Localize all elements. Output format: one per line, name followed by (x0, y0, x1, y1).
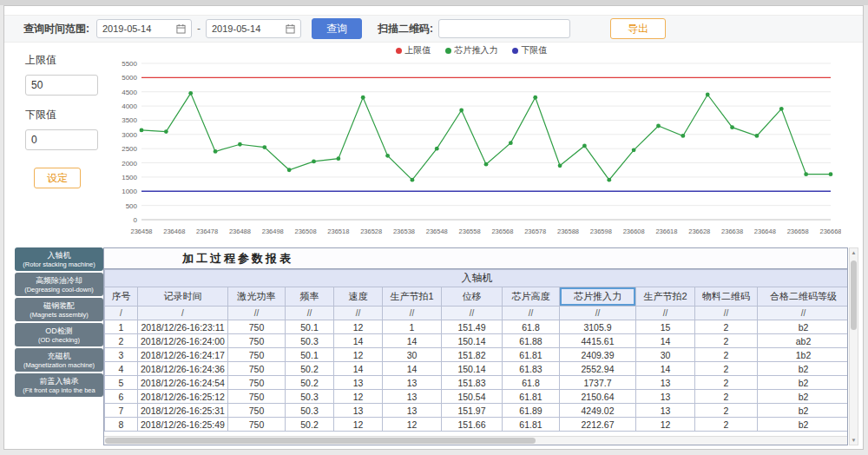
column-header-7[interactable]: 位移 (442, 287, 503, 307)
column-header-5[interactable]: 速度 (334, 287, 383, 307)
column-header-6[interactable]: 生产节拍1 (383, 287, 442, 307)
scroll-down-arrow[interactable]: ▼ (850, 437, 858, 444)
table-cell: b2 (758, 390, 849, 404)
svg-text:236458: 236458 (130, 228, 152, 235)
column-header-3[interactable]: 激光功率 (228, 287, 286, 307)
station-name-cn: 充磁机 (48, 352, 71, 361)
table-row-8[interactable]: 82018/12/26-16:25:4975050.21212151.6661.… (105, 418, 849, 432)
column-header-11[interactable]: 物料二维码 (695, 287, 758, 307)
station-name-cn: OD检测 (45, 326, 73, 336)
table-cell: 13 (334, 404, 383, 418)
station-name-en: (Rotor stacking machine) (23, 260, 95, 268)
table-cell: 1737.7 (560, 376, 636, 390)
date-to-input[interactable]: 2019-05-14 (206, 19, 301, 38)
table-cell: 750 (228, 334, 286, 348)
station-name-en: (Fit front cap into the bea (23, 386, 95, 394)
legend-dot (512, 48, 518, 54)
table-cell: 61.83 (503, 362, 560, 376)
table-row-2[interactable]: 22018/12/26-16:24:0075050.31414150.1461.… (105, 334, 849, 348)
vertical-scrollbar[interactable]: ▲ ▼ (849, 247, 858, 445)
unit-cell: // (560, 307, 636, 320)
table-row-7[interactable]: 72018/12/26-16:25:3175050.31313151.9761.… (105, 404, 849, 418)
date-from-input[interactable]: 2019-05-14 (96, 19, 192, 38)
svg-text:500: 500 (126, 202, 138, 210)
table-cell: 12 (383, 418, 442, 432)
legend-label: 下限值 (522, 44, 548, 56)
station-button-2[interactable]: 高频除油冷却(Degreasing cool-down) (15, 273, 103, 296)
station-button-6[interactable]: 前盖入轴承(Fit front cap into the bea (15, 373, 103, 397)
table-cell: 2 (695, 404, 758, 418)
horizontal-scrollbar[interactable] (104, 436, 847, 445)
lower-limit-input[interactable] (25, 129, 98, 150)
table-cell: 2 (695, 348, 758, 362)
query-button[interactable]: 查询 (312, 18, 362, 39)
table-cell: 2 (695, 362, 758, 376)
legend-item-2[interactable]: 芯片推入力 (445, 44, 498, 56)
column-header-9[interactable]: 芯片推入力 (560, 287, 636, 307)
upper-limit-input[interactable] (25, 75, 98, 96)
table-cell: 14 (383, 362, 442, 376)
table-cell: 1b2 (758, 348, 849, 362)
legend-item-3[interactable]: 下限值 (512, 44, 548, 56)
column-header-2[interactable]: 记录时间 (138, 287, 228, 307)
scroll-up-arrow[interactable]: ▲ (850, 249, 858, 256)
legend-item-1[interactable]: 上限值 (396, 44, 431, 56)
unit-cell: // (636, 307, 695, 320)
svg-text:3000: 3000 (122, 131, 137, 139)
table-title: 加工过程参数报表 (104, 248, 847, 269)
column-header-10[interactable]: 生产节拍2 (636, 287, 695, 307)
unit-cell: // (758, 307, 849, 320)
station-button-4[interactable]: OD检测(OD checking) (15, 323, 103, 346)
table-row-3[interactable]: 32018/12/26-16:24:1775050.11230151.8261.… (105, 348, 849, 362)
table-cell: 13 (383, 376, 442, 390)
svg-text:236608: 236608 (623, 228, 645, 235)
group-header-row: 入轴机 (105, 270, 849, 287)
table-cell: b2 (758, 362, 849, 376)
table-cell: b2 (758, 320, 849, 334)
table-cell: 150.14 (442, 362, 503, 376)
svg-text:236578: 236578 (524, 228, 546, 235)
table-cell: 50.1 (286, 320, 334, 334)
svg-text:2000: 2000 (122, 160, 137, 168)
legend-dot (396, 48, 402, 54)
table-row-1[interactable]: 12018/12/26-16:23:1175050.1121151.4961.8… (105, 320, 849, 334)
table-cell: 2018/12/26-16:25:31 (138, 404, 228, 418)
scan-qr-input[interactable] (438, 19, 570, 38)
station-button-3[interactable]: 磁钢装配(Magnets assembly) (15, 298, 103, 321)
hscroll-thumb[interactable] (105, 438, 536, 444)
vscroll-thumb[interactable] (851, 260, 857, 330)
lower-limit-label: 下限值 (25, 108, 105, 122)
svg-text:236668: 236668 (819, 228, 841, 235)
upper-limit-label: 上限值 (25, 53, 105, 68)
unit-cell: // (228, 307, 286, 320)
table-row-4[interactable]: 42018/12/26-16:24:3675050.21414150.1461.… (105, 362, 849, 376)
table-cell: 50.3 (286, 334, 334, 348)
table-cell: 14 (636, 334, 695, 348)
column-header-8[interactable]: 芯片高度 (503, 287, 560, 307)
table-cell: 2 (695, 376, 758, 390)
station-button-5[interactable]: 充磁机(Magnetization machine) (15, 348, 103, 372)
svg-text:236488: 236488 (229, 228, 251, 235)
column-header-4[interactable]: 频率 (286, 287, 334, 307)
table-row-5[interactable]: 52018/12/26-16:24:5475050.21313151.8361.… (105, 376, 849, 390)
svg-text:2500: 2500 (122, 145, 137, 153)
station-button-1[interactable]: 入轴机(Rotor stacking machine) (15, 247, 103, 271)
group-header-cell: 入轴机 (105, 270, 849, 287)
table-cell: 13 (383, 390, 442, 404)
column-header-1[interactable]: 序号 (105, 287, 138, 307)
table-cell: 151.97 (442, 404, 503, 418)
table-cell: 750 (228, 390, 286, 404)
query-toolbar: 查询时间范围: 2019-05-14 - 2019-05-14 查询 扫描二维码… (4, 15, 863, 43)
table-cell: 750 (228, 376, 286, 390)
table-row-6[interactable]: 62018/12/26-16:25:1275050.31213150.5461.… (105, 390, 849, 404)
svg-text:236478: 236478 (196, 228, 218, 235)
column-header-12[interactable]: 合格二维码等级 (758, 287, 849, 307)
table-cell: 750 (228, 320, 286, 334)
set-button[interactable]: 设定 (34, 168, 81, 188)
table-cell: 4415.61 (560, 334, 636, 348)
table-cell: 50.1 (286, 348, 334, 362)
table-cell: 151.83 (442, 376, 503, 390)
table-cell: 61.81 (503, 390, 560, 404)
table-cell: 13 (636, 390, 695, 404)
export-button[interactable]: 导出 (610, 18, 666, 39)
